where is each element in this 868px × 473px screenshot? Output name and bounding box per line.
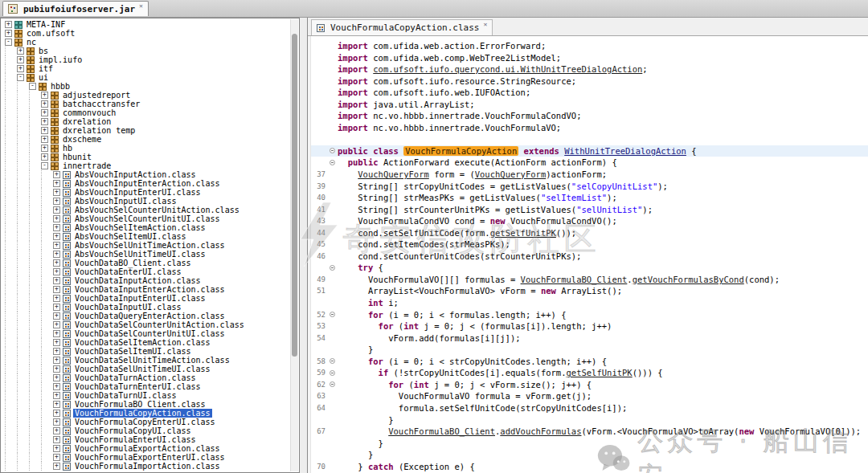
code-text[interactable]: for (int j = 0; j < (formulas[i]).length… xyxy=(338,320,612,332)
tree-item[interactable]: -nc xyxy=(2,38,290,47)
tree-item-label[interactable]: VouchFormulaEnterUI.class xyxy=(73,435,198,444)
tree-item[interactable]: +AbsVouchInputEnterAction.class xyxy=(2,179,290,188)
code-text[interactable]: for (int j = 0; j < vForm.size(); j++) { xyxy=(338,379,592,391)
tree-item-label[interactable]: VouchDataTurnUI.class xyxy=(73,391,178,400)
expand-icon[interactable]: + xyxy=(17,47,24,55)
tree-item-label[interactable]: VouchFormulaExportAction.class xyxy=(73,444,222,453)
expand-icon[interactable]: + xyxy=(41,136,48,143)
code-text[interactable]: import com.ufsoft.iufo.resource.StringRe… xyxy=(338,75,576,88)
tree-item[interactable]: +META-INF xyxy=(2,20,290,29)
tree-item-label[interactable]: VouchDataSelUnitTimeUI.class xyxy=(73,365,212,373)
tree-item-label[interactable]: adjustedreport xyxy=(61,91,132,100)
tree-item[interactable]: +AbsVouchSelItemUI.class xyxy=(2,232,290,241)
code-line[interactable]: import com.ufida.web.action.ErrorForward… xyxy=(308,40,868,52)
code-line[interactable]: 70 } catch (Exception e) { xyxy=(308,461,868,473)
code-text[interactable]: public class VouchFormulaCopyAction exte… xyxy=(338,145,697,157)
tree-item[interactable]: +VouchFormulaEnterUI.class xyxy=(2,435,290,444)
tree-item-label[interactable]: VouchDataSelItemUI.class xyxy=(73,347,193,356)
tree-scrollbar-thumb[interactable] xyxy=(292,34,297,357)
tree-item-label[interactable]: AbsVouchSelCounterUnitAction.class xyxy=(73,206,241,214)
code-line[interactable]: 63 VouchFormulaVO formula = vForm.get(j)… xyxy=(308,390,868,402)
code-line[interactable]: 67 VouchFormulaBO_Client.addVouchFormula… xyxy=(308,426,868,438)
tree-item[interactable]: +VouchDataSelItemUI.class xyxy=(2,347,290,356)
code-line[interactable]: 41 String[] strCounterUnitPKs = getListV… xyxy=(308,204,868,216)
code-text[interactable]: import com.ufsoft.iufo.web.IUFOAction; xyxy=(338,87,530,99)
code-line[interactable]: } xyxy=(308,449,868,461)
code-text[interactable]: ArrayList<VouchFormulaVO> vForm = new Ar… xyxy=(338,285,622,297)
tree-item-label[interactable]: VouchFormulaImportAction.class xyxy=(73,462,222,471)
expand-icon[interactable]: + xyxy=(53,365,60,373)
tree-item[interactable]: +hb xyxy=(2,144,290,153)
code-line[interactable]: 64 formula.setSelfUnitCode(strCopyUnitCo… xyxy=(308,402,868,414)
collapse-icon[interactable]: - xyxy=(17,74,24,81)
tree-item-label[interactable]: VouchDataInputUI.class xyxy=(73,303,182,312)
tree-item-label[interactable]: VouchFormulaCopyAction.class xyxy=(73,409,212,418)
code-line[interactable]: 58 for (i = 0; i < strCopyUnitCodes.leng… xyxy=(308,356,868,368)
code-line[interactable]: import nc.vo.hbbb.innertrade.VouchFormul… xyxy=(308,122,868,134)
tree-item-label[interactable]: ui xyxy=(37,73,50,82)
tree-item[interactable]: +impl.iufo xyxy=(2,55,290,64)
code-text[interactable]: VouchQueryForm form = (VouchQueryForm)ac… xyxy=(338,169,607,181)
expand-icon[interactable]: + xyxy=(53,312,60,320)
tree-item[interactable]: +AbsVouchSelUnitTimeUI.class xyxy=(2,250,290,259)
tree-item[interactable]: +VouchFormulaExportAction.class xyxy=(2,444,290,453)
tree-item-label[interactable]: AbsVouchInputUI.class xyxy=(73,197,178,206)
code-text[interactable]: import nc.vo.hbbb.innertrade.VouchFormul… xyxy=(338,122,561,134)
code-text[interactable]: for (i = 0; i < formulas.length; i++) { xyxy=(338,309,566,321)
collapse-icon[interactable]: - xyxy=(41,162,48,169)
fold-collapse-icon[interactable] xyxy=(328,157,338,169)
tree-item-label[interactable]: VouchDataSelUnitTimeAction.class xyxy=(73,356,231,365)
tree-item-label[interactable]: VouchDataBO_Client.class xyxy=(73,259,193,267)
expand-icon[interactable]: + xyxy=(53,357,60,364)
tree-item[interactable]: +dxrelation temp xyxy=(2,126,290,135)
tree-item[interactable]: +commonvouch xyxy=(2,108,290,117)
fold-collapse-icon[interactable] xyxy=(328,356,338,368)
code-line[interactable]: 54 vForm.add(formulas[i][j]); xyxy=(308,332,868,345)
tree-item-label[interactable]: AbsVouchInputAction.class xyxy=(73,170,198,179)
expand-icon[interactable]: + xyxy=(53,321,60,328)
tree-item-label[interactable]: com.ufsoft xyxy=(25,29,76,38)
expand-icon[interactable]: + xyxy=(53,180,60,187)
code-text[interactable]: import nc.vo.hbbb.innertrade.VouchFormul… xyxy=(338,110,581,122)
expand-icon[interactable]: + xyxy=(53,427,60,434)
tree-item-label[interactable]: hbbb xyxy=(49,82,72,91)
code-line[interactable]: 40 String[] strMeasPKs = getListValues("… xyxy=(308,192,868,204)
expand-icon[interactable]: + xyxy=(53,392,60,399)
tree-item[interactable]: +VouchDataSelUnitTimeUI.class xyxy=(2,365,290,373)
tree-item-label[interactable]: commonvouch xyxy=(61,108,117,117)
tree-item[interactable]: +itf xyxy=(2,64,290,73)
expand-icon[interactable]: + xyxy=(53,277,60,284)
code-text[interactable]: String[] strMeasPKs = getListValues("sel… xyxy=(338,192,617,204)
expand-icon[interactable]: + xyxy=(53,295,60,302)
expand-icon[interactable]: + xyxy=(53,189,60,196)
code-editor[interactable]: import com.ufida.web.action.ErrorForward… xyxy=(308,36,868,473)
tree-item[interactable]: +VouchDataTurnAction.class xyxy=(2,373,290,382)
tree-item-label[interactable]: dxrelation xyxy=(61,117,113,126)
expand-icon[interactable]: + xyxy=(53,436,60,443)
tree-item[interactable]: +VouchDataInputEnterAction.class xyxy=(2,285,290,294)
tree-item-label[interactable]: VouchDataEnterUI.class xyxy=(73,267,182,276)
close-icon[interactable]: ✕ xyxy=(139,2,143,10)
code-line[interactable]: import com.ufida.web.comp.WebTree2ListMo… xyxy=(308,52,868,64)
tree-item-label[interactable]: META-INF xyxy=(25,20,67,29)
tree-item-label[interactable]: AbsVouchSelUnitTimeUI.class xyxy=(73,250,207,259)
tree-item[interactable]: +VouchDataSelCounterUnitAction.class xyxy=(2,320,290,329)
tree-item-label[interactable]: VouchFormulaCopyEnterUI.class xyxy=(73,418,217,426)
code-line[interactable]: public class VouchFormulaCopyAction exte… xyxy=(308,145,868,157)
tree-item[interactable]: +AbsVouchSelCounterUnitUI.class xyxy=(2,214,290,223)
code-line[interactable]: import java.util.ArrayList; xyxy=(308,99,868,111)
expand-icon[interactable]: + xyxy=(41,118,48,125)
fold-collapse-icon[interactable] xyxy=(328,367,338,379)
tree-item-label[interactable]: VouchDataInputAction.class xyxy=(73,276,203,285)
code-text[interactable]: VouchFormulaCondVO cond = new VouchFormu… xyxy=(338,215,617,227)
tree-item-label[interactable]: VouchDataInputEnterAction.class xyxy=(73,285,227,294)
code-line[interactable]: 45 cond.setItemCodes(strMeasPKs); xyxy=(308,239,868,251)
tree-item-label[interactable]: VouchDataSelCounterUnitUI.class xyxy=(73,329,227,338)
tree-item[interactable]: +VouchFormulaCopyAction.class xyxy=(2,409,290,418)
tree-item-label[interactable]: impl.iufo xyxy=(37,55,84,64)
close-icon[interactable]: ✕ xyxy=(483,21,487,28)
tree-item[interactable]: +AbsVouchSelCounterUnitAction.class xyxy=(2,206,290,214)
expand-icon[interactable]: + xyxy=(53,401,60,408)
expand-icon[interactable]: + xyxy=(53,242,60,249)
code-line[interactable]: try { xyxy=(308,262,868,274)
